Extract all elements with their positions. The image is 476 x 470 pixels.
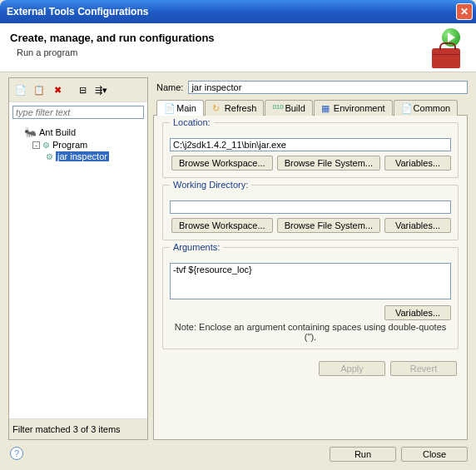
refresh-icon: ↻ bbox=[212, 103, 222, 113]
toolbox-icon bbox=[432, 48, 460, 68]
tab-main-label: Main bbox=[176, 103, 196, 113]
workdir-group: Working Directory: Browse Workspace... B… bbox=[162, 185, 459, 240]
browse-filesystem-button[interactable]: Browse File System... bbox=[277, 218, 380, 233]
variables-button[interactable]: Variables... bbox=[384, 305, 451, 320]
arguments-input[interactable]: -tvf ${resource_loc} bbox=[170, 263, 451, 299]
filter-status: Filter matched 3 of 3 items bbox=[9, 418, 147, 439]
filter-input[interactable] bbox=[12, 106, 144, 119]
tab-refresh-label: Refresh bbox=[225, 103, 257, 113]
arguments-buttons: Variables... bbox=[170, 305, 451, 320]
program-icon: ⚙ bbox=[46, 152, 53, 161]
left-panel: 📄 📋 ✖ ⊟ ⇶▾ 🐜 Ant Build - ⚙ Program bbox=[8, 77, 148, 440]
tree-node-program[interactable]: - ⚙ Program bbox=[12, 139, 144, 151]
left-toolbar: 📄 📋 ✖ ⊟ ⇶▾ bbox=[9, 78, 147, 102]
arguments-note: Note: Enclose an argument containing spa… bbox=[170, 322, 451, 342]
filter-button[interactable]: ⇶▾ bbox=[92, 82, 109, 98]
apply-revert-row: Apply Revert bbox=[162, 356, 459, 379]
window-title: External Tools Configurations bbox=[7, 6, 456, 17]
location-input[interactable] bbox=[170, 138, 451, 151]
variables-button[interactable]: Variables... bbox=[384, 218, 451, 233]
workdir-buttons: Browse Workspace... Browse File System..… bbox=[170, 218, 451, 233]
browse-filesystem-button[interactable]: Browse File System... bbox=[277, 156, 380, 171]
browse-workspace-button[interactable]: Browse Workspace... bbox=[171, 156, 273, 171]
arguments-title: Arguments: bbox=[170, 242, 223, 252]
header-icon bbox=[426, 32, 466, 65]
tree-node-jar-inspector[interactable]: ⚙ jar inspector bbox=[12, 151, 144, 162]
tab-environment[interactable]: ▦ Environment bbox=[314, 100, 393, 116]
duplicate-button[interactable]: 📋 bbox=[31, 82, 47, 98]
browse-workspace-button[interactable]: Browse Workspace... bbox=[171, 218, 273, 233]
ant-icon: 🐜 bbox=[24, 126, 37, 138]
tab-common[interactable]: 📄 Common bbox=[394, 100, 459, 116]
tab-build[interactable]: 010 Build bbox=[265, 100, 312, 116]
workdir-input[interactable] bbox=[170, 200, 451, 214]
main-tab-icon: 📄 bbox=[164, 103, 174, 113]
header-area: Create, manage, and run configurations R… bbox=[0, 23, 476, 72]
page-title: Create, manage, and run configurations bbox=[10, 32, 426, 44]
tab-bar: 📄 Main ↻ Refresh 010 Build ▦ Environment… bbox=[153, 99, 468, 115]
tree-label-ant: Ant Build bbox=[39, 127, 76, 137]
location-title: Location: bbox=[170, 117, 214, 127]
window-body: Create, manage, and run configurations R… bbox=[0, 23, 476, 470]
run-button[interactable]: Run bbox=[330, 447, 396, 462]
name-label: Name: bbox=[156, 82, 183, 92]
delete-button[interactable]: ✖ bbox=[49, 82, 66, 98]
variables-button[interactable]: Variables... bbox=[384, 156, 451, 171]
tab-common-label: Common bbox=[414, 103, 451, 113]
apply-button[interactable]: Apply bbox=[319, 361, 385, 376]
tab-body-main: Location: Browse Workspace... Browse Fil… bbox=[153, 115, 468, 440]
location-buttons: Browse Workspace... Browse File System..… bbox=[170, 156, 451, 171]
config-tree[interactable]: 🐜 Ant Build - ⚙ Program ⚙ jar inspector bbox=[9, 122, 147, 418]
program-icon: ⚙ bbox=[42, 141, 50, 150]
name-row: Name: bbox=[153, 77, 468, 99]
collapse-icon[interactable]: - bbox=[32, 141, 40, 149]
environment-icon: ▦ bbox=[321, 103, 331, 113]
tree-label-jar: jar inspector bbox=[56, 151, 109, 161]
build-icon: 010 bbox=[272, 103, 282, 113]
help-icon[interactable]: ? bbox=[10, 447, 23, 460]
tree-label-program: Program bbox=[52, 140, 87, 150]
page-subtitle: Run a program bbox=[10, 47, 426, 57]
workdir-title: Working Directory: bbox=[170, 180, 251, 190]
arguments-group: Arguments: -tvf ${resource_loc} Variable… bbox=[162, 247, 459, 349]
close-icon[interactable]: ✕ bbox=[456, 3, 473, 20]
tab-main[interactable]: 📄 Main bbox=[156, 100, 204, 116]
close-button[interactable]: Close bbox=[401, 447, 468, 462]
revert-button[interactable]: Revert bbox=[390, 361, 457, 376]
collapse-button[interactable]: ⊟ bbox=[74, 82, 91, 98]
filter-box bbox=[12, 106, 144, 119]
name-input[interactable] bbox=[188, 81, 468, 94]
main-area: 📄 📋 ✖ ⊟ ⇶▾ 🐜 Ant Build - ⚙ Program bbox=[0, 72, 476, 440]
common-icon: 📄 bbox=[401, 103, 411, 113]
right-panel: Name: 📄 Main ↻ Refresh 010 Build ▦ bbox=[153, 77, 468, 440]
title-bar: External Tools Configurations ✕ bbox=[0, 0, 476, 23]
tree-node-ant[interactable]: 🐜 Ant Build bbox=[12, 126, 144, 139]
header-left: Create, manage, and run configurations R… bbox=[10, 32, 426, 65]
tab-environment-label: Environment bbox=[334, 103, 385, 113]
tab-build-label: Build bbox=[285, 103, 305, 113]
tab-refresh[interactable]: ↻ Refresh bbox=[205, 100, 265, 116]
location-group: Location: Browse Workspace... Browse Fil… bbox=[162, 122, 459, 178]
dialog-button-row: ? Run Close bbox=[0, 440, 476, 470]
new-config-button[interactable]: 📄 bbox=[12, 82, 29, 98]
